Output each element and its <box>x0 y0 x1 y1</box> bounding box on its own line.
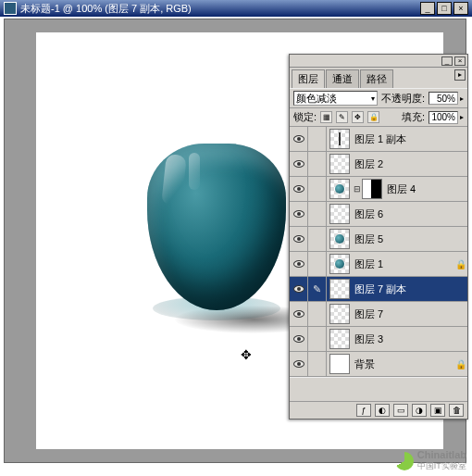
link-toggle[interactable] <box>308 352 327 377</box>
layer-thumbnail[interactable] <box>329 204 350 224</box>
layer-row[interactable]: 图层 3 <box>290 327 467 352</box>
link-toggle[interactable] <box>308 177 327 202</box>
layer-name[interactable]: 图层 3 <box>353 332 454 346</box>
lock-all-button[interactable]: 🔒 <box>367 111 379 123</box>
layer-row[interactable]: 图层 2 <box>290 152 467 177</box>
tab-paths[interactable]: 路径 <box>360 69 393 88</box>
layer-row[interactable]: ⊟图层 4 <box>290 177 467 202</box>
adjustment-button[interactable]: ◑ <box>412 404 427 417</box>
layer-row[interactable]: 背景🔒 <box>290 352 467 377</box>
eye-icon <box>293 335 304 343</box>
layer-mask-button[interactable]: ◐ <box>375 404 390 417</box>
eye-icon <box>293 310 304 318</box>
lock-position-button[interactable]: ✥ <box>352 111 364 123</box>
app-icon <box>4 2 17 15</box>
link-toggle[interactable] <box>308 327 327 352</box>
layer-thumbnail[interactable] <box>329 154 350 174</box>
layer-row[interactable]: 图层 7 <box>290 302 467 327</box>
app-window: 未标题-1 @ 100% (图层 7 副本, RGB) _ □ × ✥ _ × … <box>0 0 472 465</box>
visibility-toggle[interactable] <box>290 227 308 252</box>
layer-name[interactable]: 图层 7 <box>353 307 454 321</box>
layer-row[interactable]: 图层 1🔒 <box>290 252 467 277</box>
lock-paint-button[interactable]: ✎ <box>336 111 348 123</box>
new-set-button[interactable]: ▭ <box>393 404 408 417</box>
lock-icon: 🔒 <box>454 359 467 370</box>
layer-name[interactable]: 图层 4 <box>385 182 454 196</box>
visibility-toggle[interactable] <box>290 177 308 202</box>
layer-name[interactable]: 图层 7 副本 <box>353 282 454 296</box>
panel-minimize-button[interactable]: _ <box>441 56 453 66</box>
layer-name[interactable]: 图层 6 <box>353 207 454 221</box>
layer-row[interactable]: 图层 1 副本 <box>290 127 467 152</box>
close-button[interactable]: × <box>453 2 468 15</box>
layer-name[interactable]: 图层 5 <box>353 232 454 246</box>
opacity-arrow-icon[interactable]: ▸ <box>460 94 464 103</box>
eye-icon <box>293 160 304 168</box>
link-toggle[interactable] <box>308 152 327 177</box>
titlebar[interactable]: 未标题-1 @ 100% (图层 7 副本, RGB) _ □ × <box>0 0 472 17</box>
layer-row[interactable]: ✎图层 7 副本 <box>290 277 467 302</box>
panel-menu-button[interactable]: ▸ <box>454 69 466 81</box>
panel-titlebar[interactable]: _ × <box>290 55 467 68</box>
panel-tabs: 图层 通道 路径 ▸ <box>290 68 467 88</box>
visibility-toggle[interactable] <box>290 202 308 227</box>
visibility-toggle[interactable] <box>290 127 308 152</box>
blend-mode-value: 颜色减淡 <box>296 92 337 106</box>
opacity-label: 不透明度: <box>381 92 425 106</box>
opacity-input[interactable] <box>429 92 458 105</box>
visibility-toggle[interactable] <box>290 327 308 352</box>
layer-name[interactable]: 图层 2 <box>353 157 454 171</box>
move-cursor-icon: ✥ <box>241 347 252 362</box>
fill-input[interactable] <box>429 111 458 124</box>
link-toggle[interactable] <box>308 227 327 252</box>
maximize-button[interactable]: □ <box>437 2 452 15</box>
visibility-toggle[interactable] <box>290 352 308 377</box>
layer-thumbnail[interactable] <box>329 279 350 299</box>
blend-mode-select[interactable]: 颜色减淡 ▾ <box>293 91 378 106</box>
link-toggle[interactable] <box>308 252 327 277</box>
layers-panel: _ × 图层 通道 路径 ▸ 颜色减淡 ▾ 不透明度: ▸ 锁定: ▦ ✎ ✥ <box>289 54 468 420</box>
layer-thumbnail[interactable] <box>329 129 350 149</box>
window-title: 未标题-1 @ 100% (图层 7 副本, RGB) <box>20 2 192 16</box>
watermark-logo-icon <box>395 452 414 470</box>
fill-arrow-icon[interactable]: ▸ <box>460 113 464 121</box>
tab-channels[interactable]: 通道 <box>326 69 359 88</box>
layer-style-button[interactable]: ƒ <box>356 404 371 417</box>
link-toggle[interactable]: ✎ <box>308 277 327 302</box>
layer-thumbnail[interactable] <box>329 179 350 199</box>
visibility-toggle[interactable] <box>290 302 308 327</box>
link-toggle[interactable] <box>308 302 327 327</box>
layers-empty-area[interactable] <box>290 377 467 401</box>
layer-name[interactable]: 图层 1 副本 <box>353 132 454 146</box>
layer-thumbnail[interactable] <box>329 304 350 324</box>
lock-transparency-button[interactable]: ▦ <box>320 111 332 123</box>
link-toggle[interactable] <box>308 202 327 227</box>
layer-row[interactable]: 图层 6 <box>290 202 467 227</box>
link-toggle[interactable] <box>308 127 327 152</box>
fill-label: 填充: <box>402 110 425 124</box>
layer-row[interactable]: 图层 5 <box>290 227 467 252</box>
minimize-button[interactable]: _ <box>420 2 435 15</box>
visibility-toggle[interactable] <box>290 152 308 177</box>
watermark-brand: Chinaitlab <box>417 449 466 460</box>
lock-icon: 🔒 <box>454 259 467 269</box>
delete-layer-button[interactable]: 🗑 <box>449 404 464 417</box>
visibility-toggle[interactable] <box>290 277 308 302</box>
new-layer-button[interactable]: ▣ <box>430 404 445 417</box>
layer-thumbnail[interactable] <box>329 354 350 374</box>
watermark-sub: 中国IT实验室 <box>417 460 466 472</box>
layer-thumbnail[interactable] <box>329 229 350 249</box>
layer-name[interactable]: 图层 1 <box>353 257 454 271</box>
layer-thumbnail[interactable] <box>329 254 350 274</box>
panel-close-button[interactable]: × <box>454 56 466 66</box>
tab-layers[interactable]: 图层 <box>292 69 325 88</box>
eye-icon <box>293 260 304 268</box>
visibility-toggle[interactable] <box>290 252 308 277</box>
layers-list: 图层 1 副本图层 2⊟图层 4图层 6图层 5图层 1🔒✎图层 7 副本图层 … <box>290 127 467 377</box>
layer-thumbnail[interactable] <box>329 329 350 349</box>
layer-name[interactable]: 背景 <box>353 357 454 371</box>
eye-icon <box>293 235 304 243</box>
vase-object <box>147 144 286 310</box>
chevron-down-icon: ▾ <box>371 94 375 103</box>
layer-mask-thumb[interactable] <box>362 179 382 199</box>
